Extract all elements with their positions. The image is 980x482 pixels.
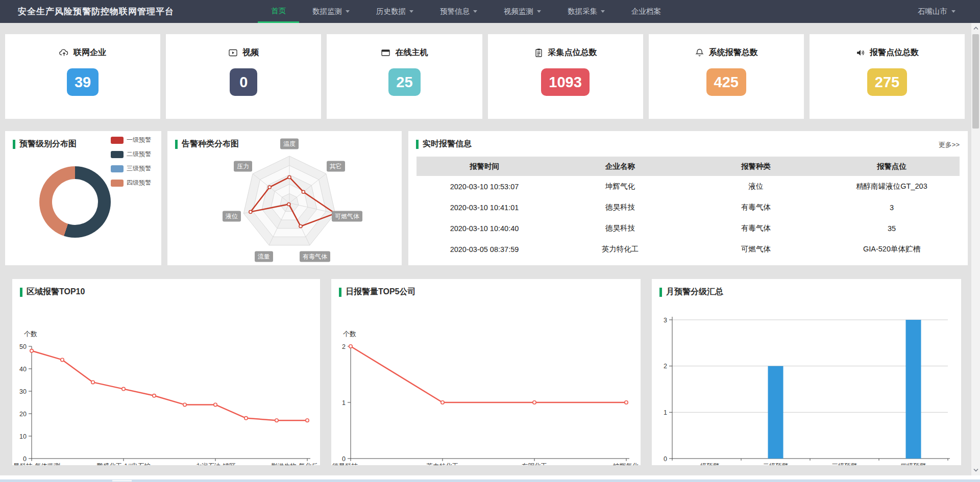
table-cell: 2020-03-10 10:53:07 xyxy=(416,176,552,197)
svg-text:三级预警: 三级预警 xyxy=(832,463,858,465)
stat-label: 报警点位总数 xyxy=(870,47,919,58)
chevron-down-icon xyxy=(346,10,350,13)
main-menu: 首页数据监测历史数据预警信息视频监测数据采集企业档案 xyxy=(258,0,674,23)
nav-item-3[interactable]: 历史数据 xyxy=(363,0,427,23)
svg-text:40: 40 xyxy=(19,366,27,373)
panel-title: 预警级别分布图 xyxy=(13,139,77,149)
legend-swatch xyxy=(111,180,124,187)
nav-item-label: 首页 xyxy=(271,0,286,22)
stat-card-header: 视频 xyxy=(228,47,259,58)
region-top10-line-chart: 个数01020304050昊科技-气体监测鹏盛化工-1#电石炉永润石油-罐区荆洪… xyxy=(12,279,320,465)
radar-axis-label: 压力 xyxy=(234,161,252,171)
svg-text:30: 30 xyxy=(19,388,27,395)
panel-monthly-warning-summary: 月预警分级汇总 0123一级预警二级预警三级预警四级预警 xyxy=(652,279,961,465)
nav-item-label: 企业档案 xyxy=(631,0,661,23)
nav-item-7[interactable]: 企业档案 xyxy=(618,0,674,23)
stat-card: 联网企业39 xyxy=(5,34,160,119)
nav-item-label: 预警信息 xyxy=(440,0,470,23)
stat-card: 采集点位总数1093 xyxy=(488,34,643,119)
app-title: 安全生产风险预警防控物联网管理平台 xyxy=(18,0,174,23)
legend-item-3[interactable]: 三级预警 xyxy=(111,164,151,173)
svg-text:坤辉气化: 坤辉气化 xyxy=(612,463,639,465)
stat-card-header: 采集点位总数 xyxy=(534,47,597,58)
nav-item-label: 历史数据 xyxy=(376,0,406,23)
stat-cards-row: 联网企业39视频0在线主机25采集点位总数1093系统报警总数425报警点位总数… xyxy=(5,34,965,119)
table-cell: 可燃气体 xyxy=(688,239,824,260)
nav-item-2[interactable]: 数据监测 xyxy=(299,0,363,23)
svg-text:20: 20 xyxy=(19,411,27,418)
table-row[interactable]: 2020-03-05 08:37:59英力特化工可燃气体GIA-520单体贮槽 xyxy=(416,239,960,260)
stat-card-header: 联网企业 xyxy=(59,47,106,58)
title-accent-bar xyxy=(416,140,419,149)
alarm-type-radar-chart xyxy=(167,131,402,265)
top-navbar: 安全生产风险预警防控物联网管理平台 首页数据监测历史数据预警信息视频监测数据采集… xyxy=(0,0,980,23)
chevron-down-icon xyxy=(409,10,413,13)
table-row[interactable]: 2020-03-10 10:40:40德昊科技有毒气体35 xyxy=(416,218,960,239)
table-cell: 2020-03-05 08:37:59 xyxy=(416,239,552,260)
svg-text:2: 2 xyxy=(342,343,346,350)
stat-label: 系统报警总数 xyxy=(709,47,758,58)
nav-item-label: 数据采集 xyxy=(568,0,597,23)
table-cell: 2020-03-10 10:40:40 xyxy=(416,218,552,239)
svg-text:一级预警: 一级预警 xyxy=(694,463,720,465)
legend-swatch xyxy=(111,151,124,158)
svg-text:1: 1 xyxy=(342,399,346,407)
svg-text:1: 1 xyxy=(664,409,667,416)
horizontal-scrollbar-thumb[interactable] xyxy=(112,480,132,481)
legend-label: 二级预警 xyxy=(127,150,151,159)
more-link[interactable]: 更多>> xyxy=(939,140,960,149)
svg-text:0: 0 xyxy=(342,455,346,463)
svg-text:英力特化工: 英力特化工 xyxy=(427,463,459,465)
nav-item-6[interactable]: 数据采集 xyxy=(554,0,618,23)
stat-label: 在线主机 xyxy=(395,47,428,58)
table-cell: 2020-03-10 10:41:01 xyxy=(416,197,552,218)
table-cell: 英力特化工 xyxy=(552,239,688,260)
panel-title-text: 实时报警信息 xyxy=(423,139,472,149)
svg-text:0: 0 xyxy=(23,455,27,463)
speaker-icon xyxy=(855,48,865,58)
panel-daily-alarm-top5: 日报警量TOP5公司 个数012德昊科技英力特化工东明化工坤辉气化 xyxy=(331,279,641,465)
panel-warning-level-distribution: 预警级别分布图 一级预警二级预警三级预警四级预警 xyxy=(5,131,161,265)
stat-value-badge: 39 xyxy=(67,68,99,96)
scroll-up-icon[interactable] xyxy=(971,24,980,33)
table-row[interactable]: 2020-03-10 10:53:07坤辉气化液位精醇南罐液位GT_203 xyxy=(416,176,960,197)
legend-item-2[interactable]: 二级预警 xyxy=(111,150,151,159)
table-cell: 德昊科技 xyxy=(552,197,688,218)
table-row[interactable]: 2020-03-10 10:41:01德昊科技有毒气体3 xyxy=(416,197,960,218)
stat-label: 联网企业 xyxy=(74,47,106,58)
nav-item-4[interactable]: 预警信息 xyxy=(427,0,491,23)
svg-text:四级预警: 四级预警 xyxy=(901,463,927,465)
region-selector[interactable]: 石嘴山市 xyxy=(918,0,955,23)
donut-legend: 一级预警二级预警三级预警四级预警 xyxy=(111,136,151,187)
table-cell: 德昊科技 xyxy=(552,218,688,239)
stat-value-badge: 1093 xyxy=(541,68,590,96)
cloud-upload-icon xyxy=(59,48,69,58)
svg-text:0: 0 xyxy=(664,455,667,463)
horizontal-scrollbar[interactable] xyxy=(0,479,980,482)
stat-card-header: 系统报警总数 xyxy=(695,47,758,58)
chevron-down-icon xyxy=(473,10,477,13)
legend-item-4[interactable]: 四级预警 xyxy=(111,179,151,187)
nav-item-5[interactable]: 视频监测 xyxy=(491,0,554,23)
vertical-scrollbar[interactable] xyxy=(971,23,980,475)
stat-card-header: 报警点位总数 xyxy=(855,47,919,58)
legend-label: 一级预警 xyxy=(127,136,151,144)
table-cell: 坤辉气化 xyxy=(552,176,688,197)
svg-text:3: 3 xyxy=(664,317,667,324)
scroll-down-icon[interactable] xyxy=(971,466,980,474)
svg-text:10: 10 xyxy=(19,433,27,440)
stat-card: 系统报警总数425 xyxy=(649,34,804,119)
svg-text:德昊科技: 德昊科技 xyxy=(332,463,358,465)
title-accent-bar xyxy=(13,140,15,149)
nav-item-1[interactable]: 首页 xyxy=(258,0,299,23)
table-header-cell: 报警点位 xyxy=(824,157,960,176)
dashboard-app: 安全生产风险预警防控物联网管理平台 首页数据监测历史数据预警信息视频监测数据采集… xyxy=(0,0,980,482)
chevron-down-icon xyxy=(951,10,955,13)
nav-item-label: 视频监测 xyxy=(504,0,533,23)
stat-value-badge: 0 xyxy=(230,68,257,96)
vertical-scrollbar-thumb[interactable] xyxy=(972,34,979,129)
stat-label: 采集点位总数 xyxy=(548,47,597,58)
svg-text:东明化工: 东明化工 xyxy=(522,463,547,465)
legend-item-1[interactable]: 一级预警 xyxy=(111,136,151,144)
table-cell: GIA-520单体贮槽 xyxy=(824,239,960,260)
